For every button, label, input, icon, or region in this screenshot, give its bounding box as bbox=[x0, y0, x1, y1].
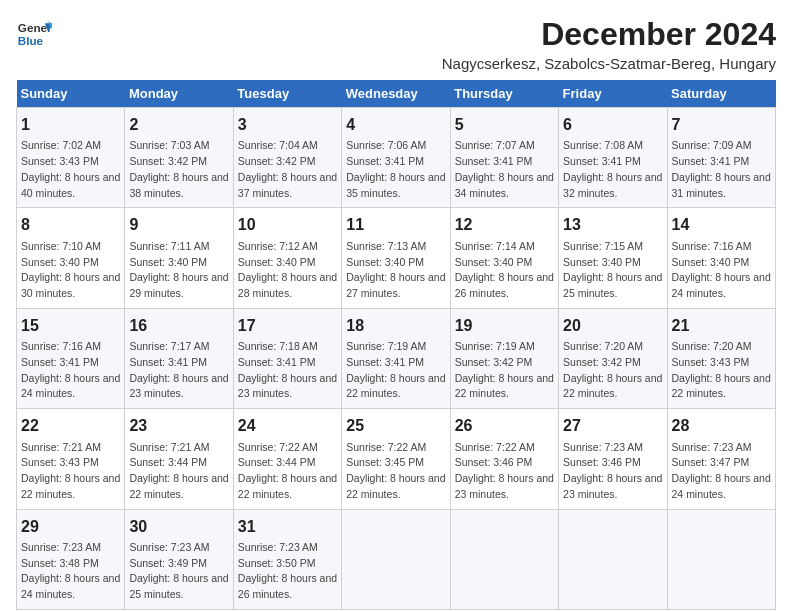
day-detail: Sunrise: 7:23 AMSunset: 3:50 PMDaylight:… bbox=[238, 540, 337, 603]
day-number: 31 bbox=[238, 516, 337, 538]
day-number: 27 bbox=[563, 415, 662, 437]
calendar-cell: 6Sunrise: 7:08 AMSunset: 3:41 PMDaylight… bbox=[559, 108, 667, 208]
day-number: 19 bbox=[455, 315, 554, 337]
calendar-cell: 27Sunrise: 7:23 AMSunset: 3:46 PMDayligh… bbox=[559, 409, 667, 509]
day-number: 10 bbox=[238, 214, 337, 236]
calendar-cell: 25Sunrise: 7:22 AMSunset: 3:45 PMDayligh… bbox=[342, 409, 450, 509]
day-number: 20 bbox=[563, 315, 662, 337]
day-detail: Sunrise: 7:20 AMSunset: 3:42 PMDaylight:… bbox=[563, 339, 662, 402]
day-number: 23 bbox=[129, 415, 228, 437]
day-number: 3 bbox=[238, 114, 337, 136]
calendar-cell: 8Sunrise: 7:10 AMSunset: 3:40 PMDaylight… bbox=[17, 208, 125, 308]
calendar-cell: 2Sunrise: 7:03 AMSunset: 3:42 PMDaylight… bbox=[125, 108, 233, 208]
calendar-cell: 23Sunrise: 7:21 AMSunset: 3:44 PMDayligh… bbox=[125, 409, 233, 509]
day-number: 21 bbox=[672, 315, 771, 337]
day-detail: Sunrise: 7:16 AMSunset: 3:41 PMDaylight:… bbox=[21, 339, 120, 402]
page-subtitle: Nagycserkesz, Szabolcs-Szatmar-Bereg, Hu… bbox=[442, 55, 776, 72]
weekday-header-monday: Monday bbox=[125, 80, 233, 108]
day-detail: Sunrise: 7:15 AMSunset: 3:40 PMDaylight:… bbox=[563, 239, 662, 302]
day-detail: Sunrise: 7:18 AMSunset: 3:41 PMDaylight:… bbox=[238, 339, 337, 402]
day-detail: Sunrise: 7:19 AMSunset: 3:41 PMDaylight:… bbox=[346, 339, 445, 402]
day-detail: Sunrise: 7:17 AMSunset: 3:41 PMDaylight:… bbox=[129, 339, 228, 402]
calendar-cell: 19Sunrise: 7:19 AMSunset: 3:42 PMDayligh… bbox=[450, 308, 558, 408]
day-detail: Sunrise: 7:07 AMSunset: 3:41 PMDaylight:… bbox=[455, 138, 554, 201]
calendar-cell bbox=[559, 509, 667, 609]
day-detail: Sunrise: 7:19 AMSunset: 3:42 PMDaylight:… bbox=[455, 339, 554, 402]
calendar-week-row: 15Sunrise: 7:16 AMSunset: 3:41 PMDayligh… bbox=[17, 308, 776, 408]
calendar-table: SundayMondayTuesdayWednesdayThursdayFrid… bbox=[16, 80, 776, 610]
calendar-cell: 29Sunrise: 7:23 AMSunset: 3:48 PMDayligh… bbox=[17, 509, 125, 609]
day-number: 14 bbox=[672, 214, 771, 236]
calendar-week-row: 22Sunrise: 7:21 AMSunset: 3:43 PMDayligh… bbox=[17, 409, 776, 509]
calendar-cell: 9Sunrise: 7:11 AMSunset: 3:40 PMDaylight… bbox=[125, 208, 233, 308]
weekday-header-friday: Friday bbox=[559, 80, 667, 108]
day-detail: Sunrise: 7:12 AMSunset: 3:40 PMDaylight:… bbox=[238, 239, 337, 302]
day-detail: Sunrise: 7:14 AMSunset: 3:40 PMDaylight:… bbox=[455, 239, 554, 302]
day-detail: Sunrise: 7:03 AMSunset: 3:42 PMDaylight:… bbox=[129, 138, 228, 201]
calendar-week-row: 29Sunrise: 7:23 AMSunset: 3:48 PMDayligh… bbox=[17, 509, 776, 609]
day-detail: Sunrise: 7:23 AMSunset: 3:48 PMDaylight:… bbox=[21, 540, 120, 603]
day-number: 7 bbox=[672, 114, 771, 136]
weekday-header-row: SundayMondayTuesdayWednesdayThursdayFrid… bbox=[17, 80, 776, 108]
calendar-cell: 18Sunrise: 7:19 AMSunset: 3:41 PMDayligh… bbox=[342, 308, 450, 408]
weekday-header-thursday: Thursday bbox=[450, 80, 558, 108]
calendar-cell: 13Sunrise: 7:15 AMSunset: 3:40 PMDayligh… bbox=[559, 208, 667, 308]
day-detail: Sunrise: 7:22 AMSunset: 3:45 PMDaylight:… bbox=[346, 440, 445, 503]
day-detail: Sunrise: 7:11 AMSunset: 3:40 PMDaylight:… bbox=[129, 239, 228, 302]
page-title: December 2024 bbox=[442, 16, 776, 53]
day-number: 29 bbox=[21, 516, 120, 538]
day-number: 28 bbox=[672, 415, 771, 437]
day-detail: Sunrise: 7:06 AMSunset: 3:41 PMDaylight:… bbox=[346, 138, 445, 201]
logo: General Blue bbox=[16, 16, 52, 52]
calendar-cell: 7Sunrise: 7:09 AMSunset: 3:41 PMDaylight… bbox=[667, 108, 775, 208]
day-number: 16 bbox=[129, 315, 228, 337]
calendar-cell bbox=[667, 509, 775, 609]
day-detail: Sunrise: 7:22 AMSunset: 3:44 PMDaylight:… bbox=[238, 440, 337, 503]
day-number: 24 bbox=[238, 415, 337, 437]
day-number: 30 bbox=[129, 516, 228, 538]
day-detail: Sunrise: 7:10 AMSunset: 3:40 PMDaylight:… bbox=[21, 239, 120, 302]
calendar-cell: 12Sunrise: 7:14 AMSunset: 3:40 PMDayligh… bbox=[450, 208, 558, 308]
weekday-header-saturday: Saturday bbox=[667, 80, 775, 108]
day-number: 11 bbox=[346, 214, 445, 236]
day-number: 6 bbox=[563, 114, 662, 136]
day-detail: Sunrise: 7:23 AMSunset: 3:46 PMDaylight:… bbox=[563, 440, 662, 503]
day-number: 4 bbox=[346, 114, 445, 136]
calendar-cell: 24Sunrise: 7:22 AMSunset: 3:44 PMDayligh… bbox=[233, 409, 341, 509]
calendar-cell: 26Sunrise: 7:22 AMSunset: 3:46 PMDayligh… bbox=[450, 409, 558, 509]
calendar-cell: 28Sunrise: 7:23 AMSunset: 3:47 PMDayligh… bbox=[667, 409, 775, 509]
calendar-cell bbox=[450, 509, 558, 609]
title-block: December 2024 Nagycserkesz, Szabolcs-Sza… bbox=[442, 16, 776, 72]
day-detail: Sunrise: 7:20 AMSunset: 3:43 PMDaylight:… bbox=[672, 339, 771, 402]
day-number: 13 bbox=[563, 214, 662, 236]
calendar-cell: 17Sunrise: 7:18 AMSunset: 3:41 PMDayligh… bbox=[233, 308, 341, 408]
day-number: 22 bbox=[21, 415, 120, 437]
weekday-header-sunday: Sunday bbox=[17, 80, 125, 108]
day-number: 15 bbox=[21, 315, 120, 337]
svg-text:Blue: Blue bbox=[18, 34, 44, 47]
day-number: 26 bbox=[455, 415, 554, 437]
page-header: General Blue December 2024 Nagycserkesz,… bbox=[16, 16, 776, 72]
calendar-cell: 3Sunrise: 7:04 AMSunset: 3:42 PMDaylight… bbox=[233, 108, 341, 208]
day-number: 8 bbox=[21, 214, 120, 236]
calendar-cell: 4Sunrise: 7:06 AMSunset: 3:41 PMDaylight… bbox=[342, 108, 450, 208]
day-detail: Sunrise: 7:08 AMSunset: 3:41 PMDaylight:… bbox=[563, 138, 662, 201]
calendar-cell: 15Sunrise: 7:16 AMSunset: 3:41 PMDayligh… bbox=[17, 308, 125, 408]
day-number: 9 bbox=[129, 214, 228, 236]
day-detail: Sunrise: 7:21 AMSunset: 3:44 PMDaylight:… bbox=[129, 440, 228, 503]
day-detail: Sunrise: 7:13 AMSunset: 3:40 PMDaylight:… bbox=[346, 239, 445, 302]
day-number: 12 bbox=[455, 214, 554, 236]
calendar-cell: 21Sunrise: 7:20 AMSunset: 3:43 PMDayligh… bbox=[667, 308, 775, 408]
calendar-week-row: 8Sunrise: 7:10 AMSunset: 3:40 PMDaylight… bbox=[17, 208, 776, 308]
calendar-cell: 5Sunrise: 7:07 AMSunset: 3:41 PMDaylight… bbox=[450, 108, 558, 208]
day-detail: Sunrise: 7:23 AMSunset: 3:49 PMDaylight:… bbox=[129, 540, 228, 603]
day-number: 2 bbox=[129, 114, 228, 136]
day-number: 25 bbox=[346, 415, 445, 437]
calendar-cell: 30Sunrise: 7:23 AMSunset: 3:49 PMDayligh… bbox=[125, 509, 233, 609]
calendar-cell: 14Sunrise: 7:16 AMSunset: 3:40 PMDayligh… bbox=[667, 208, 775, 308]
day-detail: Sunrise: 7:02 AMSunset: 3:43 PMDaylight:… bbox=[21, 138, 120, 201]
calendar-cell: 22Sunrise: 7:21 AMSunset: 3:43 PMDayligh… bbox=[17, 409, 125, 509]
calendar-week-row: 1Sunrise: 7:02 AMSunset: 3:43 PMDaylight… bbox=[17, 108, 776, 208]
general-blue-logo-icon: General Blue bbox=[16, 16, 52, 52]
calendar-cell: 1Sunrise: 7:02 AMSunset: 3:43 PMDaylight… bbox=[17, 108, 125, 208]
